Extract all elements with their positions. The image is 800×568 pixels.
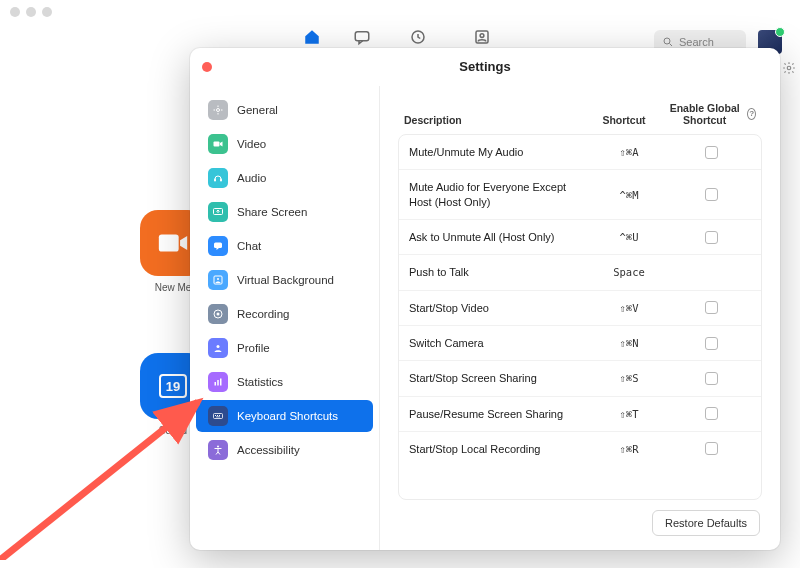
shortcut-keys[interactable]: ⇧⌘V	[587, 302, 671, 314]
sidebar-item-accessibility[interactable]: Accessibility	[196, 434, 373, 466]
shortcut-keys[interactable]: ⇧⌘N	[587, 337, 671, 349]
column-headers: Description Shortcut Enable Global Short…	[398, 98, 762, 134]
close-icon[interactable]	[202, 62, 212, 72]
sidebar-item-profile[interactable]: Profile	[196, 332, 373, 364]
shortcut-row[interactable]: Pause/Resume Screen Sharing⇧⌘T	[399, 397, 761, 432]
shortcut-description: Start/Stop Screen Sharing	[409, 371, 587, 385]
svg-rect-21	[220, 379, 222, 386]
sidebar-item-chat[interactable]: Chat	[196, 230, 373, 262]
svg-point-3	[480, 34, 484, 38]
shortcut-description: Mute/Unmute My Audio	[409, 145, 587, 159]
svg-point-15	[217, 278, 219, 280]
share-icon	[208, 202, 228, 222]
minimize-window-dot[interactable]	[26, 7, 36, 17]
shortcut-description: Switch Camera	[409, 336, 587, 350]
modal-title: Settings	[459, 59, 510, 74]
shortcut-keys[interactable]: ⇧⌘T	[587, 408, 671, 420]
shortcut-keys[interactable]: ^⌘M	[587, 189, 671, 201]
svg-point-4	[664, 38, 670, 44]
svg-point-7	[787, 66, 791, 70]
svg-rect-9	[214, 142, 220, 147]
shortcut-row[interactable]: Push to TalkSpace	[399, 255, 761, 290]
annotation-arrow	[0, 340, 220, 560]
svg-point-17	[217, 313, 220, 316]
col-global: Enable Global Shortcut ?	[666, 102, 756, 126]
sidebar-item-recording[interactable]: Recording	[196, 298, 373, 330]
maximize-window-dot[interactable]	[42, 7, 52, 17]
global-shortcut-checkbox[interactable]	[705, 301, 718, 314]
svg-rect-0	[355, 32, 369, 41]
shortcut-keys[interactable]: ⇧⌘R	[587, 443, 671, 455]
audio-icon	[208, 168, 228, 188]
global-shortcut-checkbox[interactable]	[705, 188, 718, 201]
shortcut-description: Push to Talk	[409, 265, 587, 279]
shortcut-row[interactable]: Start/Stop Video⇧⌘V	[399, 291, 761, 326]
shortcut-keys[interactable]: ⇧⌘S	[587, 372, 671, 384]
shortcut-description: Pause/Resume Screen Sharing	[409, 407, 587, 421]
shortcuts-pane: Description Shortcut Enable Global Short…	[380, 86, 780, 550]
svg-rect-13	[214, 243, 222, 249]
global-shortcut-checkbox[interactable]	[705, 407, 718, 420]
meetings-icon	[409, 28, 427, 46]
sidebar-item-share-screen[interactable]: Share Screen	[196, 196, 373, 228]
sidebar-item-general[interactable]: General	[196, 94, 373, 126]
shortcut-keys[interactable]: Space	[587, 266, 671, 278]
global-shortcut-checkbox[interactable]	[705, 231, 718, 244]
global-shortcut-checkbox[interactable]	[705, 442, 718, 455]
contacts-icon	[473, 28, 491, 46]
shortcut-description: Ask to Unmute All (Host Only)	[409, 230, 587, 244]
chat-icon	[208, 236, 228, 256]
help-icon[interactable]: ?	[747, 108, 756, 120]
svg-line-5	[670, 44, 673, 47]
restore-defaults-button[interactable]: Restore Defaults	[652, 510, 760, 536]
svg-rect-6	[159, 235, 179, 252]
window-titlebar	[0, 0, 800, 24]
shortcut-row[interactable]: Switch Camera⇧⌘N	[399, 326, 761, 361]
svg-point-8	[217, 109, 220, 112]
modal-header: Settings	[190, 48, 780, 86]
close-window-dot[interactable]	[10, 7, 20, 17]
vbg-icon	[208, 270, 228, 290]
search-icon	[662, 36, 674, 48]
shortcut-row[interactable]: Mute/Unmute My Audio⇧⌘A	[399, 135, 761, 170]
shortcut-row[interactable]: Start/Stop Screen Sharing⇧⌘S	[399, 361, 761, 396]
shortcut-row[interactable]: Ask to Unmute All (Host Only)^⌘U	[399, 220, 761, 255]
new-meeting-label: New Me	[155, 282, 192, 293]
settings-modal: Settings GeneralVideoAudioShare ScreenCh…	[190, 48, 780, 550]
sidebar-item-statistics[interactable]: Statistics	[196, 366, 373, 398]
shortcut-description: Start/Stop Video	[409, 301, 587, 315]
gear-icon	[208, 100, 228, 120]
svg-line-28	[0, 402, 198, 560]
chat-icon	[353, 28, 371, 46]
rec-icon	[208, 304, 228, 324]
shortcut-row[interactable]: Mute Audio for Everyone Except Host (Hos…	[399, 170, 761, 220]
shortcut-description: Start/Stop Local Recording	[409, 442, 587, 456]
shortcut-keys[interactable]: ^⌘U	[587, 231, 671, 243]
shortcuts-list[interactable]: Mute/Unmute My Audio⇧⌘AMute Audio for Ev…	[398, 134, 762, 500]
col-shortcut: Shortcut	[582, 114, 666, 126]
sidebar-item-video[interactable]: Video	[196, 128, 373, 160]
sidebar-item-virtual-background[interactable]: Virtual Background	[196, 264, 373, 296]
home-icon	[303, 28, 321, 46]
svg-rect-11	[220, 179, 222, 182]
col-description: Description	[404, 114, 582, 126]
svg-rect-10	[214, 179, 216, 182]
global-shortcut-checkbox[interactable]	[705, 146, 718, 159]
search-placeholder: Search	[679, 36, 714, 48]
shortcut-keys[interactable]: ⇧⌘A	[587, 146, 671, 158]
global-shortcut-checkbox[interactable]	[705, 372, 718, 385]
video-icon	[208, 134, 228, 154]
shortcut-description: Mute Audio for Everyone Except Host (Hos…	[409, 180, 587, 209]
gear-icon[interactable]	[782, 61, 796, 79]
global-shortcut-checkbox[interactable]	[705, 337, 718, 350]
sidebar-item-keyboard-shortcuts[interactable]: Keyboard Shortcuts	[196, 400, 373, 432]
shortcut-row[interactable]: Start/Stop Local Recording⇧⌘R	[399, 432, 761, 466]
sidebar-item-audio[interactable]: Audio	[196, 162, 373, 194]
